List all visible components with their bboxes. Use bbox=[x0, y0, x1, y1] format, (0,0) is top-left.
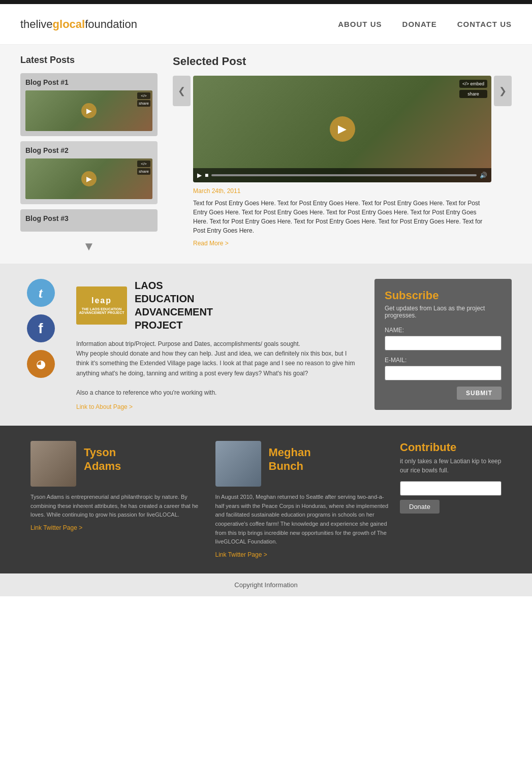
contributor-meghan-bio: In August 2010, Meghan returned to Seatt… bbox=[215, 493, 390, 547]
latest-posts-sidebar: Latest Posts Blog Post #1 ▶ </> share Bl… bbox=[20, 55, 158, 253]
donate-button[interactable]: Donate bbox=[400, 500, 440, 514]
video-controls: ▶ ■ 🔊 bbox=[193, 168, 491, 182]
blog-post-3-title: Blog Post #3 bbox=[25, 214, 152, 222]
blog-post-2-title: Blog Post #2 bbox=[25, 146, 152, 154]
navigation-bar: theliveglocalfoundation ABOUT US DONATE … bbox=[0, 4, 532, 45]
nav-donate[interactable]: DONATE bbox=[402, 20, 437, 28]
logo-the: the bbox=[20, 18, 36, 30]
contributor-meghan-header: MeghanBunch bbox=[215, 441, 390, 487]
leap-about-link[interactable]: Link to About Page > bbox=[76, 403, 133, 410]
site-logo[interactable]: theliveglocalfoundation bbox=[20, 18, 137, 31]
rss-symbol: ◕ bbox=[36, 358, 46, 371]
blog-post-item-2[interactable]: Blog Post #2 ▶ </> share bbox=[20, 141, 158, 204]
post-body-text: Text for Post Entry Goes Here. Text for … bbox=[193, 199, 491, 235]
leap-section: leap THE LAOS EDUCATION ADVANCEMENT PROJ… bbox=[76, 279, 359, 410]
post-nav-wrapper: ❮ ▶ </> embed share ▶ ■ 🔊 bbox=[173, 76, 512, 247]
leap-body-text: Information about trip/Project. Purpose … bbox=[76, 339, 359, 398]
video-embed-buttons: </> embed share bbox=[459, 80, 487, 98]
video-stop-ctrl[interactable]: ■ bbox=[205, 172, 208, 179]
leap-logo: leap THE LAOS EDUCATION ADVANCEMENT PROJ… bbox=[76, 286, 127, 325]
contributor-tyson-header: TysonAdams bbox=[30, 441, 205, 487]
contribute-amount-input[interactable] bbox=[400, 481, 502, 496]
bottom-section: TysonAdams Tyson Adams is entrepreneuria… bbox=[0, 426, 532, 573]
contributor-tyson: TysonAdams Tyson Adams is entrepreneuria… bbox=[30, 441, 205, 531]
facebook-symbol: f bbox=[38, 321, 43, 337]
post-date: March 24th, 2011 bbox=[193, 187, 491, 195]
nav-links: ABOUT US DONATE CONTACT US bbox=[338, 20, 512, 28]
blog-post-1-image: ▶ </> share bbox=[25, 90, 152, 131]
video-embed-btn[interactable]: </> embed bbox=[459, 80, 487, 88]
nav-about-us[interactable]: ABOUT US bbox=[338, 20, 382, 28]
contributor-tyson-link[interactable]: Link Twitter Page > bbox=[30, 524, 82, 531]
leap-logo-inner: leap THE LAOS EDUCATION ADVANCEMENT PROJ… bbox=[76, 296, 127, 314]
thumb-share-2: </> share bbox=[137, 161, 150, 175]
subscribe-title: Subscribe bbox=[385, 289, 502, 302]
blog-post-1-thumb: ▶ </> share bbox=[25, 90, 152, 131]
middle-section: t f ◕ leap THE LAOS EDUCATION ADVANCEMEN… bbox=[0, 264, 532, 426]
rss-icon[interactable]: ◕ bbox=[27, 350, 55, 378]
thumb-share-1: </> share bbox=[137, 92, 150, 107]
subscribe-email-label: E-MAIL: bbox=[385, 357, 502, 364]
leap-header: leap THE LAOS EDUCATION ADVANCEMENT PROJ… bbox=[76, 279, 359, 332]
video-progress-bar[interactable] bbox=[211, 174, 477, 176]
play-icon-1[interactable]: ▶ bbox=[81, 103, 97, 118]
blog-post-item-3[interactable]: Blog Post #3 bbox=[20, 209, 158, 232]
video-play-ctrl[interactable]: ▶ bbox=[197, 172, 202, 179]
embed-btn-2[interactable]: </> bbox=[137, 161, 150, 167]
subscribe-name-input[interactable] bbox=[385, 336, 502, 350]
contributor-tyson-name: TysonAdams bbox=[84, 441, 121, 473]
latest-posts-title: Latest Posts bbox=[20, 55, 158, 66]
contribute-text: it only takes a few Laotian kip to keep … bbox=[400, 457, 502, 475]
blog-post-2-thumb: ▶ </> share bbox=[25, 158, 152, 199]
contributor-tyson-photo bbox=[30, 441, 76, 487]
selected-post-title: Selected Post bbox=[173, 55, 512, 68]
contributor-meghan-name: MeghanBunch bbox=[269, 441, 311, 473]
subscribe-email-input[interactable] bbox=[385, 366, 502, 380]
subscribe-subtitle: Get updates from Laos as the project pro… bbox=[385, 305, 502, 319]
leap-logo-text: leap bbox=[76, 296, 127, 305]
main-content-area: Latest Posts Blog Post #1 ▶ </> share Bl… bbox=[0, 45, 532, 264]
twitter-icon[interactable]: t bbox=[27, 279, 55, 307]
more-posts-arrow[interactable]: ▼ bbox=[20, 239, 158, 253]
contributor-tyson-bio: Tyson Adams is entrepreneurial and phila… bbox=[30, 493, 205, 520]
contribute-title: Contribute bbox=[400, 441, 502, 454]
logo-foundation: foundation bbox=[85, 18, 137, 30]
blog-post-2-image: ▶ </> share bbox=[25, 158, 152, 199]
subscribe-box: Subscribe Get updates from Laos as the p… bbox=[374, 279, 512, 410]
embed-btn-1[interactable]: </> bbox=[137, 92, 150, 99]
contribute-box: Contribute it only takes a few Laotian k… bbox=[400, 441, 502, 514]
play-icon-2[interactable]: ▶ bbox=[81, 171, 97, 186]
contributor-meghan: MeghanBunch In August 2010, Meghan retur… bbox=[215, 441, 390, 558]
contributor-meghan-photo bbox=[215, 441, 261, 487]
footer: Copyright Information bbox=[0, 573, 532, 596]
prev-post-arrow[interactable]: ❮ bbox=[173, 76, 191, 106]
video-play-button[interactable]: ▶ bbox=[330, 116, 355, 142]
post-video: ▶ </> embed share ▶ ■ 🔊 bbox=[193, 76, 491, 182]
video-background: ▶ bbox=[193, 76, 491, 182]
copyright-text: Copyright Information bbox=[234, 581, 297, 589]
share-btn-1[interactable]: share bbox=[137, 100, 150, 107]
top-bar bbox=[0, 0, 532, 4]
post-content: ▶ </> embed share ▶ ■ 🔊 March 24th, 2011… bbox=[191, 76, 494, 247]
next-post-arrow[interactable]: ❯ bbox=[494, 76, 512, 106]
logo-glocal: glocal bbox=[53, 18, 85, 30]
nav-contact-us[interactable]: CONTACT US bbox=[457, 20, 512, 28]
blog-post-item-1[interactable]: Blog Post #1 ▶ </> share bbox=[20, 73, 158, 136]
subscribe-name-label: NAME: bbox=[385, 327, 502, 334]
leap-title: LAOS EDUCATION ADVANCEMENT PROJECT bbox=[135, 279, 213, 332]
twitter-symbol: t bbox=[39, 285, 43, 301]
read-more-link[interactable]: Read More > bbox=[193, 240, 229, 247]
video-volume-ctrl[interactable]: 🔊 bbox=[480, 172, 487, 179]
leap-logo-sub: THE LAOS EDUCATION ADVANCEMENT PROJECT bbox=[76, 307, 127, 314]
video-share-btn[interactable]: share bbox=[459, 90, 487, 98]
subscribe-submit-button[interactable]: SUBMIT bbox=[457, 387, 502, 400]
blog-post-1-title: Blog Post #1 bbox=[25, 78, 152, 86]
contributor-meghan-link[interactable]: Link Twitter Page > bbox=[215, 551, 267, 558]
social-icons-panel: t f ◕ bbox=[20, 279, 61, 378]
share-btn-2[interactable]: share bbox=[137, 168, 150, 175]
facebook-icon[interactable]: f bbox=[27, 314, 55, 342]
logo-live: live bbox=[36, 18, 53, 30]
selected-post-area: Selected Post ❮ ▶ </> embed share ▶ ■ bbox=[173, 55, 512, 253]
